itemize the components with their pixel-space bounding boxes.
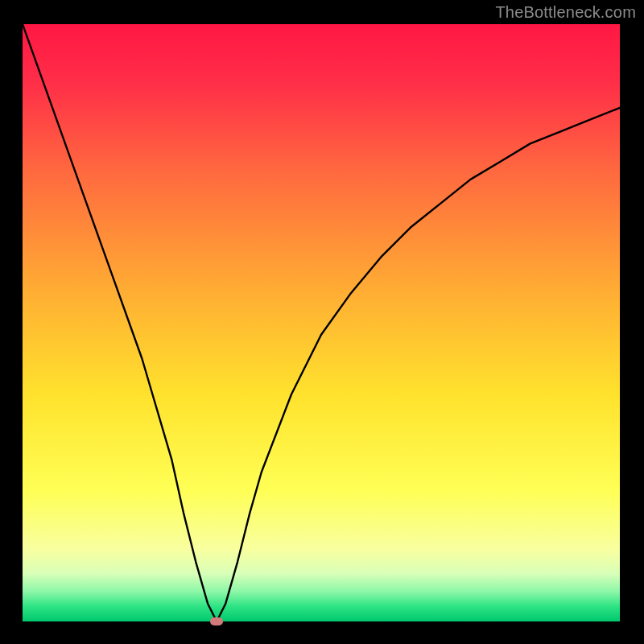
bottleneck-curve xyxy=(23,24,620,621)
watermark-text: TheBottleneck.com xyxy=(495,3,636,22)
chart-frame xyxy=(23,24,620,621)
optimal-point-marker xyxy=(210,617,223,625)
